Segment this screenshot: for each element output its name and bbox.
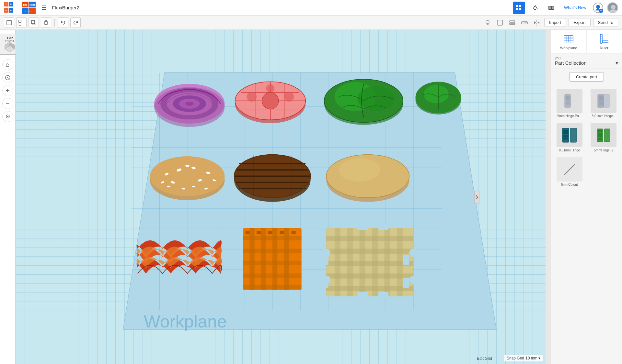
svg-rect-155 — [326, 286, 413, 291]
part-item[interactable]: 5mm Hinge Pu... — [554, 87, 585, 119]
svg-rect-162 — [322, 278, 328, 288]
create-part-btn[interactable]: Create part — [569, 72, 604, 82]
svg-rect-154 — [326, 273, 413, 278]
svg-rect-141 — [280, 231, 284, 234]
copy-btn[interactable] — [29, 17, 39, 28]
ruler-btn[interactable]: Ruler — [587, 30, 622, 53]
send-to-btn[interactable]: Send To — [593, 18, 618, 27]
svg-point-16 — [611, 5, 616, 9]
zoom-out-btn[interactable]: − — [2, 98, 13, 109]
svg-marker-42 — [537, 21, 539, 24]
svg-rect-200 — [598, 133, 602, 135]
ruler-icon[interactable] — [520, 18, 529, 28]
hamburger-menu-icon[interactable]: ☰ — [41, 4, 47, 11]
left-panel: TOP FRONT ⌂ + − — [0, 30, 16, 364]
obj-tomato[interactable] — [235, 82, 306, 123]
logo: T K E R — [4, 2, 18, 14]
delete-btn[interactable] — [41, 17, 51, 28]
svg-rect-193 — [563, 130, 568, 132]
svg-text:KER: KER — [29, 4, 35, 6]
grid-view-btn[interactable] — [513, 2, 525, 14]
svg-rect-136 — [243, 273, 301, 278]
svg-rect-12 — [534, 9, 536, 10]
shape-select-icon[interactable] — [495, 18, 505, 28]
part-label: 8.01mm Hinge — [559, 149, 580, 152]
obj-patty[interactable] — [234, 155, 311, 202]
svg-rect-133 — [243, 236, 301, 240]
part-thumb — [591, 89, 616, 113]
import-btn[interactable]: Import — [544, 18, 566, 27]
snap-grid-text: Snap Grid — [507, 356, 524, 360]
svg-text:CA: CA — [23, 10, 27, 13]
rp-collection-header: you Part Collection ▾ — [551, 53, 622, 69]
svg-rect-184 — [566, 101, 570, 102]
obj-bun-top[interactable] — [150, 156, 225, 200]
orbit-btn[interactable] — [2, 72, 13, 83]
part-label: 5mm Hinge Pu... — [558, 114, 582, 118]
svg-rect-187 — [599, 96, 603, 98]
obj-lettuce-small[interactable] — [415, 82, 461, 115]
part-item[interactable]: 8.01mm Hinge... — [588, 87, 620, 119]
svg-point-126 — [339, 158, 380, 182]
gallery-btn[interactable] — [545, 2, 558, 14]
svg-point-157 — [409, 249, 418, 257]
collapse-right-panel-btn[interactable]: ❯ — [474, 191, 479, 204]
svg-rect-14 — [549, 6, 551, 9]
part-item[interactable]: 5mmHinge_2 — [588, 122, 620, 153]
obj-bun-bottom[interactable] — [326, 155, 409, 202]
svg-point-93 — [357, 86, 395, 111]
svg-point-86 — [262, 93, 279, 109]
add-user-btn[interactable]: 👤 + — [593, 3, 603, 13]
svg-rect-163 — [403, 278, 409, 288]
svg-rect-197 — [570, 128, 577, 142]
workplane-btn[interactable]: Workplane — [551, 30, 587, 53]
svg-rect-167 — [378, 292, 388, 298]
svg-rect-18 — [7, 20, 11, 25]
edit-grid-btn[interactable]: Edit Grid — [477, 356, 492, 361]
zoom-in-btn[interactable]: + — [2, 85, 13, 96]
svg-rect-180 — [602, 41, 608, 43]
snap-grid-value[interactable]: 10 mm ▾ — [525, 356, 540, 360]
svg-rect-20 — [19, 23, 21, 25]
svg-rect-194 — [563, 132, 568, 134]
right-panel: Workplane Ruler you Part Col — [551, 30, 622, 364]
tools-btn[interactable] — [529, 2, 541, 14]
ruler-btn-label: Ruler — [600, 46, 608, 50]
obj-onion[interactable] — [154, 84, 225, 127]
fit-view-btn[interactable] — [2, 111, 13, 122]
user-avatar[interactable] — [607, 2, 618, 13]
svg-rect-140 — [268, 231, 272, 234]
export-btn[interactable]: Export — [569, 18, 591, 27]
whats-new-link[interactable]: What's New — [561, 4, 589, 11]
align-icon[interactable] — [507, 18, 517, 28]
svg-point-159 — [409, 276, 418, 284]
viewport[interactable]: Workplane Edit Grid Snap Grid 10 mm ▾ — [16, 30, 546, 364]
obj-orange-panel[interactable] — [243, 228, 301, 290]
svg-rect-202 — [598, 138, 602, 140]
svg-line-204 — [565, 165, 574, 174]
rp-workplane-ruler: Workplane Ruler — [551, 30, 622, 53]
redo-btn[interactable] — [70, 17, 81, 28]
app-title: FlexiBurger2 — [52, 5, 79, 10]
snap-grid-label: Snap Grid 10 mm ▾ — [504, 355, 543, 361]
new-btn[interactable] — [4, 17, 14, 28]
mirror-icon[interactable] — [532, 18, 542, 28]
obj-beige-lattice[interactable] — [322, 224, 417, 298]
svg-point-17 — [609, 9, 617, 13]
obj-lettuce-big[interactable] — [324, 79, 403, 125]
bulb-icon[interactable] — [483, 18, 492, 28]
svg-rect-203 — [604, 129, 610, 142]
svg-text:TIN: TIN — [23, 4, 27, 6]
part-item[interactable]: 5mmCutout — [554, 156, 585, 188]
svg-rect-19 — [19, 20, 21, 22]
part-thumb — [557, 123, 582, 147]
undo-btn[interactable] — [58, 17, 68, 28]
cut-btn[interactable] — [16, 17, 27, 28]
part-item[interactable]: 8.01mm Hinge — [554, 122, 585, 153]
svg-rect-9 — [519, 5, 521, 7]
svg-rect-138 — [246, 231, 250, 234]
home-view-btn[interactable]: ⌂ — [2, 59, 13, 70]
svg-rect-151 — [326, 236, 413, 241]
collection-dropdown-icon[interactable]: ▾ — [616, 60, 618, 66]
main-area: TOP FRONT ⌂ + − — [0, 30, 622, 364]
